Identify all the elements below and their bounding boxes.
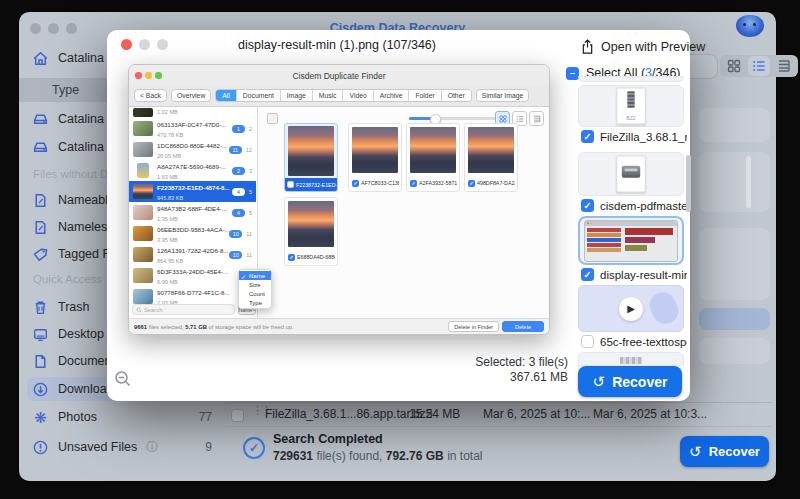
unsaved-count: 9 (205, 440, 212, 454)
tab-overview[interactable]: Overview (171, 89, 211, 102)
dimmed-row (699, 338, 770, 364)
file-row-checkbox[interactable] (231, 409, 244, 422)
tab-music[interactable]: Music (313, 90, 344, 101)
share-icon (581, 39, 594, 55)
grid-card[interactable]: A2FA3932-5871-4... (406, 123, 460, 192)
thumbnail-label-row[interactable]: display-result-min (... (581, 268, 687, 281)
recover-icon: ↺ (689, 444, 702, 459)
tab-document[interactable]: Document (237, 90, 281, 101)
thumbnail-card-screenshot-selected[interactable] (578, 216, 684, 265)
tab-folder[interactable]: Folder (409, 90, 441, 101)
grid-checkbox[interactable] (352, 180, 359, 187)
delete-button[interactable]: Delete (502, 321, 544, 332)
strip-scrollbar[interactable] (686, 155, 691, 212)
file-name[interactable]: FileZilla_3.68.1...86.app.tar.bz2 (265, 407, 432, 421)
file-date-modified: Mar 6, 2025 at 10:3... (593, 407, 707, 421)
row-size: 6.99 MB (157, 279, 178, 285)
list-view-icon[interactable] (748, 56, 770, 76)
thumbnail-label-row[interactable]: cisdem-pdfmaster.... (581, 199, 687, 212)
status-title: Search Completed (273, 432, 383, 446)
finder-title: Cisdem Duplicate Finder (129, 71, 549, 81)
column-view-icon[interactable] (773, 56, 795, 76)
grid-checkbox[interactable] (287, 181, 294, 188)
thumbnail-label-row[interactable]: FileZilla_3.68.1_ma... (581, 130, 687, 143)
microphone-icon (646, 288, 683, 328)
menu-item-size[interactable]: Size (239, 280, 271, 289)
thumb-checkbox[interactable] (581, 335, 594, 348)
grid-checkbox[interactable] (288, 254, 295, 261)
finder-search-field[interactable]: Search (132, 304, 235, 315)
menu-item-name[interactable]: Name (239, 271, 271, 280)
alert-circle-icon (32, 439, 49, 456)
list-row[interactable]: 6D3F333A-24DD-45E4-...6.99 MB (129, 265, 256, 286)
play-icon[interactable]: ▶ (619, 297, 643, 321)
sidebar-item-unsaved-files[interactable]: Unsaved Files ⓘ 9 (32, 436, 212, 458)
row-thumbnail (137, 163, 149, 178)
search-icon (136, 307, 142, 313)
grid-card[interactable]: E688DA4D-688C-... (284, 197, 338, 266)
tab-similar-image[interactable]: Similar Image (476, 89, 530, 102)
menu-item-type[interactable]: Type (239, 298, 271, 307)
delete-in-finder-button[interactable]: Delete in Finder (448, 321, 499, 332)
column-view-icon[interactable] (529, 111, 544, 126)
open-with-preview[interactable]: Open with Preview (581, 39, 705, 55)
grid-thumbnail (288, 201, 334, 247)
thumb-checkbox[interactable] (581, 130, 594, 143)
grid-card-selected[interactable]: F2238732-E1ED-4... (284, 123, 338, 192)
row-size: 1.02 MB (157, 109, 178, 115)
files-found-count: 729631 (273, 449, 313, 463)
list-row[interactable]: 06EEB3DD-9583-4ACA-...3.95 MB 10 11 (129, 223, 256, 244)
file-icon (32, 219, 49, 236)
sidebar-item-photos[interactable]: ❋ Photos 77 (32, 406, 212, 428)
grid-card[interactable]: 498DF8A7-DA2A-... (464, 123, 518, 192)
row-name: F2238732-E1ED-4874-8... (157, 184, 230, 191)
menu-item-count[interactable]: Count (239, 289, 271, 298)
list-row[interactable]: 126A1391-7282-42D6-8...864.95 KB 10 11 (129, 244, 256, 265)
grid-card[interactable]: AF7C8033-C13B-4... (348, 123, 402, 192)
status-detail: 729631 file(s) found, 792.76 GB in total (273, 449, 483, 463)
grid-thumbnail (288, 126, 334, 176)
grid-label: 498DF8A7-DA2A-... (477, 180, 515, 186)
select-all-checkbox[interactable] (566, 67, 579, 80)
list-row-selected[interactable]: F2238732-E1ED-4874-8...945.83 KB 4 5 (129, 181, 256, 202)
thumb-checkbox[interactable] (581, 268, 594, 281)
row-name: 90778F66-D772-4F1C-8... (157, 289, 230, 296)
thumb-checkbox[interactable] (581, 199, 594, 212)
list-row-partial[interactable]: 1.02 MB (129, 107, 256, 117)
thumbnail-card-dmg[interactable] (578, 152, 684, 196)
thumbnail-card-bz2[interactable]: BZ2 (578, 85, 684, 127)
type-header-label: Type (52, 83, 79, 97)
select-mode-icon[interactable] (267, 113, 278, 124)
list-row[interactable]: A8A27A7E-5690-4689-...1.63 MB 2 3 (129, 160, 256, 181)
tab-all[interactable]: All (216, 90, 237, 101)
grid-checkbox[interactable] (468, 180, 475, 187)
row-badge-selected: 2 (232, 167, 245, 175)
scrollbar[interactable] (746, 156, 751, 208)
tab-image[interactable]: Image (281, 90, 313, 101)
thumbnail-card-video[interactable]: ▶ (578, 285, 684, 332)
zoom-slider-track[interactable] (409, 117, 501, 120)
list-row[interactable]: 1DC868D0-880E-4482-...28.05 MB 11 12 (129, 139, 256, 160)
thumbnail-card-partial-bottom[interactable] (578, 352, 684, 366)
zoom-out-icon[interactable] (114, 370, 132, 388)
recover-button[interactable]: ↺ Recover (680, 436, 769, 467)
grid-checkbox[interactable] (410, 180, 417, 187)
tab-archive[interactable]: Archive (374, 90, 410, 101)
tab-other[interactable]: Other (442, 90, 471, 101)
list-row[interactable]: 948A73B2-688F-4DE4-...1.35 MB 4 5 (129, 202, 256, 223)
tab-video[interactable]: Video (343, 90, 373, 101)
thumbnail-card-partial-top[interactable] (578, 76, 684, 82)
row-name: 948A73B2-688F-4DE4-... (157, 205, 227, 212)
dmg-file-icon (616, 156, 645, 193)
info-icon[interactable]: ⓘ (146, 439, 158, 456)
thumb-label: FileZilla_3.68.1_ma... (600, 131, 687, 143)
recover-icon: ↺ (593, 374, 606, 389)
row-name: 6D3F333A-24DD-45E4-... (157, 268, 228, 275)
recover-button-modal[interactable]: ↺ Recover (578, 366, 682, 397)
back-button[interactable]: < Back (134, 89, 167, 102)
thumbnail-label-row[interactable]: 65c-free-texttospe... (581, 335, 687, 348)
grid-view-icon[interactable] (723, 56, 745, 76)
list-row[interactable]: 063133AF-0C47-47D0-...470.78 KB 1 2 (129, 118, 256, 139)
screenshot-thumbnail (584, 220, 678, 262)
row-badge-total: 3 (249, 168, 252, 174)
